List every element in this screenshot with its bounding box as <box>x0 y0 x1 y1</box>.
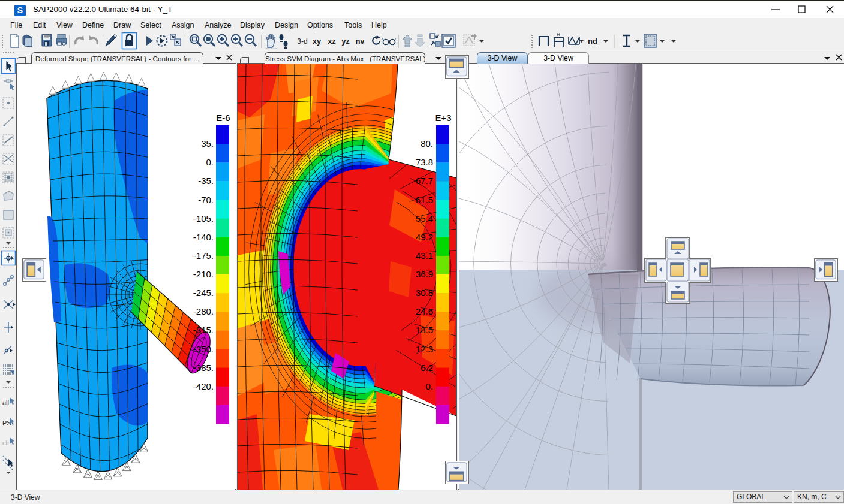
svg-text:yz: yz <box>341 37 350 46</box>
svg-text:-105.: -105. <box>193 213 214 224</box>
svg-text:nd: nd <box>588 37 597 46</box>
svg-text:E+3: E+3 <box>435 113 451 123</box>
svg-text:-280.: -280. <box>193 306 214 316</box>
svg-text:clr: clr <box>2 439 10 446</box>
svg-text:55.4: 55.4 <box>416 213 433 224</box>
svg-text:-245.: -245. <box>193 288 214 298</box>
svg-text:18.5: 18.5 <box>416 325 433 335</box>
svg-text:nv: nv <box>355 37 365 46</box>
svg-text:49.2: 49.2 <box>416 232 433 242</box>
svg-text:36.9: 36.9 <box>416 269 433 279</box>
svg-text:-140.: -140. <box>193 232 214 242</box>
svg-text:3-d: 3-d <box>297 37 307 46</box>
svg-text:-420.: -420. <box>193 381 214 391</box>
svg-text:80.: 80. <box>421 138 433 149</box>
svg-text:35.: 35. <box>201 138 214 149</box>
svg-text:-350.: -350. <box>193 344 214 354</box>
svg-text:0.: 0. <box>206 157 214 167</box>
svg-text:-385.: -385. <box>193 363 214 373</box>
svg-text:43.1: 43.1 <box>416 251 433 261</box>
svg-text:73.8: 73.8 <box>416 157 433 167</box>
svg-text:-210.: -210. <box>193 269 214 279</box>
svg-text:67.7: 67.7 <box>416 176 433 186</box>
svg-text:24.6: 24.6 <box>416 306 433 316</box>
svg-text:all: all <box>2 399 9 406</box>
svg-text:-175.: -175. <box>193 251 214 261</box>
svg-text:H: H <box>557 32 560 37</box>
svg-text:E-6: E-6 <box>216 113 230 123</box>
svg-text:xz: xz <box>328 37 336 46</box>
svg-text:-315.: -315. <box>193 325 214 335</box>
svg-text:61.5: 61.5 <box>416 195 433 205</box>
svg-text:30.8: 30.8 <box>416 288 433 298</box>
svg-text:-35.: -35. <box>198 176 214 186</box>
svg-text:0.: 0. <box>425 381 433 391</box>
svg-text:6.2: 6.2 <box>421 363 433 373</box>
svg-text:xy: xy <box>313 37 322 46</box>
svg-text:-70.: -70. <box>198 195 214 205</box>
svg-text:12.3: 12.3 <box>416 344 433 354</box>
